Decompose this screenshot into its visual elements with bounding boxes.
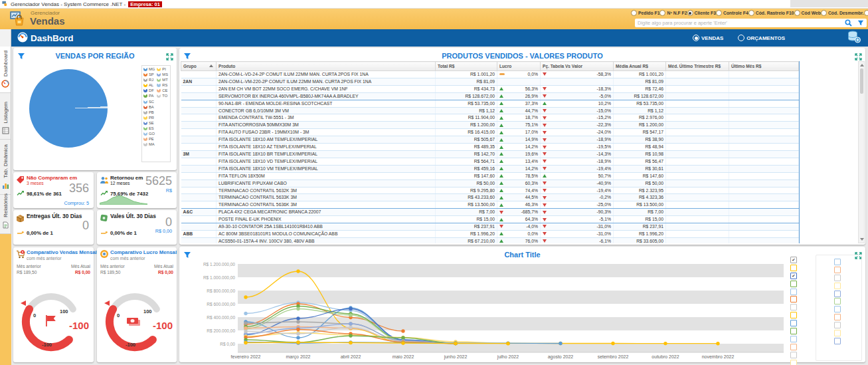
series-toggle-checkbox[interactable] bbox=[790, 328, 797, 334]
filter-icon[interactable] bbox=[857, 17, 864, 29]
table-row[interactable]: ACS550-01-157A-4 INV. 100CV 380, 480V AB… bbox=[181, 237, 799, 243]
table-row[interactable]: FITA ISOLANTE 18X10 VM TEMFLEX/IMPERIALR… bbox=[181, 165, 799, 172]
table-row[interactable]: 2AN EM CH VM BOT 22MM SOCO EMERG. C/CHAV… bbox=[181, 85, 799, 92]
table-scrollbar[interactable] bbox=[858, 61, 865, 243]
sidebar-item-listagem[interactable]: Listagem bbox=[0, 93, 11, 140]
legend-item-ma[interactable]: MA bbox=[143, 142, 155, 146]
series-toggle-checkbox[interactable] bbox=[790, 344, 797, 350]
series-toggle-checkbox[interactable] bbox=[790, 312, 797, 318]
legend-item-ba[interactable]: BA bbox=[143, 105, 155, 109]
legend-item-pi[interactable]: PI bbox=[157, 67, 168, 71]
toolbar-radio-or-amentos[interactable]: ORÇAMENTOS bbox=[738, 35, 785, 41]
series-toggle-checkbox[interactable] bbox=[834, 291, 841, 297]
header-radio-pedido-f1[interactable]: Pedido F1 bbox=[631, 10, 659, 16]
table-row[interactable]: ABBAC 800M 3BSE018101R1 MODULO COMUNICAÇ… bbox=[181, 230, 799, 237]
column-header-p-tabela-vs-valor[interactable]: Pç. Tabela Vs Valor bbox=[541, 62, 614, 71]
header-radio-c-d-rastreio-f10[interactable]: Cód. Rastreio F10 bbox=[748, 10, 794, 16]
table-row[interactable]: FITA ISOLANTE 18X10 VD TEMFLEX/IMPERIALR… bbox=[181, 158, 799, 165]
header-radio-fornecedor[interactable]: Fornecedor bbox=[864, 10, 868, 16]
column-header-produto[interactable]: Produto bbox=[217, 62, 436, 71]
expand-icon[interactable] bbox=[166, 51, 173, 63]
legend-item-pe[interactable]: PE bbox=[143, 137, 155, 141]
column-header-lucro[interactable]: Lucro bbox=[497, 62, 541, 71]
column-header-m-d-ltimo-trimestre-r[interactable]: Méd. Último Trimestre R$ bbox=[666, 62, 729, 71]
window-controls[interactable] bbox=[790, 0, 868, 7]
sidebar-item-tab-din-mica[interactable]: Tab. Dinâmica bbox=[0, 140, 11, 195]
header-radio-cliente-f3[interactable]: Cliente F3 bbox=[687, 10, 716, 16]
column-header-total-r[interactable]: Total R$ bbox=[436, 62, 497, 71]
column-header-grupo[interactable]: Grupo bbox=[181, 62, 217, 71]
column-header-m-dia-anual-r[interactable]: Média Anual R$ bbox=[614, 62, 666, 71]
sidebar-item-relat-rios[interactable]: Relatórios bbox=[0, 195, 11, 234]
series-toggle-checkbox[interactable] bbox=[790, 360, 797, 365]
table-row[interactable]: FITA TEFLON 18X50MR$ 147,6078,5%50,7%R$ … bbox=[181, 172, 799, 180]
legend-item-mt[interactable]: MT bbox=[157, 78, 168, 82]
kpi-link[interactable]: R$ 0,00 bbox=[155, 228, 172, 234]
legend-item-go[interactable]: GO bbox=[143, 132, 155, 136]
series-toggle-checkbox[interactable]: ✔ bbox=[790, 273, 797, 279]
search-icon[interactable] bbox=[845, 17, 852, 29]
legend-item-pr[interactable]: PR bbox=[143, 116, 155, 120]
legend-item-mg[interactable]: MG bbox=[143, 67, 155, 71]
legend-item-pb[interactable]: PB bbox=[143, 110, 155, 114]
series-toggle-checkbox[interactable] bbox=[834, 330, 841, 336]
table-row[interactable]: POSTE FINAL E-UK PHOENIXR$ 15,0064,3%-5,… bbox=[181, 216, 799, 223]
legend-item-rs[interactable]: RS bbox=[157, 83, 168, 87]
table-row[interactable]: TERMINACAO CONTRATIL 5633K 3MR$ 43.233,6… bbox=[181, 194, 799, 201]
series-toggle-checkbox[interactable] bbox=[834, 298, 841, 304]
table-row[interactable]: 2AN2AN-COM-L-VM-220-2P COMUT ILUM 22MM M… bbox=[181, 78, 799, 85]
table-row[interactable]: LUBRIFICANTE P/PUXAM CABOR$ 50,0060,3%-4… bbox=[181, 180, 799, 187]
legend-item-rj[interactable]: RJ bbox=[143, 78, 155, 82]
series-toggle-checkbox[interactable] bbox=[790, 281, 797, 287]
series-toggle-checkbox[interactable] bbox=[790, 352, 797, 358]
scroll-thumb[interactable] bbox=[860, 68, 863, 94]
series-toggle-checkbox[interactable] bbox=[790, 336, 797, 342]
series-toggle-checkbox[interactable] bbox=[834, 338, 841, 344]
series-toggle-checkbox[interactable] bbox=[790, 289, 797, 295]
filter-funnel-icon[interactable] bbox=[17, 51, 25, 63]
table-row[interactable]: FITA ISOLANTE 18X10 AZ TEMFLEX/IMPERIALR… bbox=[181, 144, 799, 151]
table-row[interactable]: FITA AUTO FUSAO 23BR - 19MMX10M - 3MR$ 1… bbox=[181, 129, 799, 136]
table-row[interactable]: 90-NA1-BR - EMENDA MOLDE-RESINA SCOTCHCA… bbox=[181, 100, 799, 107]
legend-item-to[interactable]: TO bbox=[157, 94, 168, 98]
legend-item-se[interactable]: SE bbox=[143, 121, 155, 125]
legend-item-df[interactable]: DF bbox=[143, 88, 155, 92]
series-toggle-checkbox[interactable] bbox=[834, 322, 841, 328]
table-row[interactable]: FITA ANTICORROSIVA 50MMX30M 3MR$ 1.200,0… bbox=[181, 122, 799, 129]
series-toggle-checkbox[interactable]: ✔ bbox=[790, 257, 797, 263]
series-toggle-checkbox[interactable] bbox=[790, 320, 797, 326]
table-row[interactable]: SERVOMOTOR BX INERCIA 460VMPL-B580J-MK74… bbox=[181, 92, 799, 100]
table-row[interactable]: A9-30-10 CONTATOR 25A 1SBL141001R8410 AB… bbox=[181, 223, 799, 231]
legend-item-al[interactable]: AL bbox=[143, 83, 155, 87]
sidebar-item-dashboard[interactable]: Dashboard bbox=[0, 47, 11, 93]
table-row[interactable]: CONECTOR GB 6,0/10MM 3M VMR$ 1,1244,7%-1… bbox=[181, 107, 799, 114]
series-toggle-checkbox[interactable] bbox=[834, 275, 841, 281]
table-row[interactable]: EMENDA CONTRATIL TW-5551 - 3MR$ 11.904,0… bbox=[181, 114, 799, 122]
legend-item-sc[interactable]: SC bbox=[143, 100, 155, 104]
kpi-link[interactable]: R$ bbox=[166, 187, 172, 193]
series-toggle-checkbox[interactable] bbox=[834, 314, 841, 320]
scroll-up-icon[interactable] bbox=[860, 64, 864, 66]
region-pie-chart[interactable] bbox=[29, 69, 108, 148]
column-header-ltimo-m-s-r[interactable]: Último Mês R$ bbox=[729, 62, 799, 71]
series-toggle-checkbox[interactable] bbox=[790, 265, 797, 271]
legend-item-ce[interactable]: CE bbox=[157, 88, 168, 92]
legend-item-ms[interactable]: MS bbox=[157, 72, 168, 76]
series-toggle-checkbox[interactable] bbox=[834, 283, 841, 289]
table-row[interactable]: 2AN-COM-L-VD-24-2P COMUT ILUM 22MM MAN. … bbox=[181, 71, 799, 78]
table-row[interactable]: FITA ISOLANTE 18X10 AM TEMFLEX/IMPERIALR… bbox=[181, 136, 799, 144]
legend-item-sp[interactable]: SP bbox=[143, 72, 155, 76]
table-row[interactable]: TERMINACAO CONTRATIL 5632K 3MR$ 9.295,80… bbox=[181, 187, 799, 194]
header-radio-c-d-desmembr[interactable]: Cód. Desmembr. bbox=[821, 10, 864, 16]
series-toggle-checkbox[interactable] bbox=[834, 259, 841, 265]
legend-item-es[interactable]: ES bbox=[143, 126, 155, 130]
table-row[interactable]: 3MFITA ISOLANTE 18X10 BR TEMFLEX/IMPERIA… bbox=[181, 150, 799, 158]
header-radio-n-n-f-f2[interactable]: Nº N.F F2 bbox=[659, 10, 687, 16]
database-icon[interactable] bbox=[847, 31, 861, 46]
search-input[interactable] bbox=[635, 19, 843, 27]
toolbar-radio-vendas[interactable]: VENDAS bbox=[693, 35, 723, 41]
series-toggle-checkbox[interactable] bbox=[790, 304, 797, 310]
table-row[interactable]: TERMINACAO CONTRATIL 5636K 3MR$ 13.500,0… bbox=[181, 201, 799, 209]
header-radio-c-d-web[interactable]: Cód Web bbox=[794, 10, 821, 16]
series-toggle-checkbox[interactable] bbox=[834, 267, 841, 273]
